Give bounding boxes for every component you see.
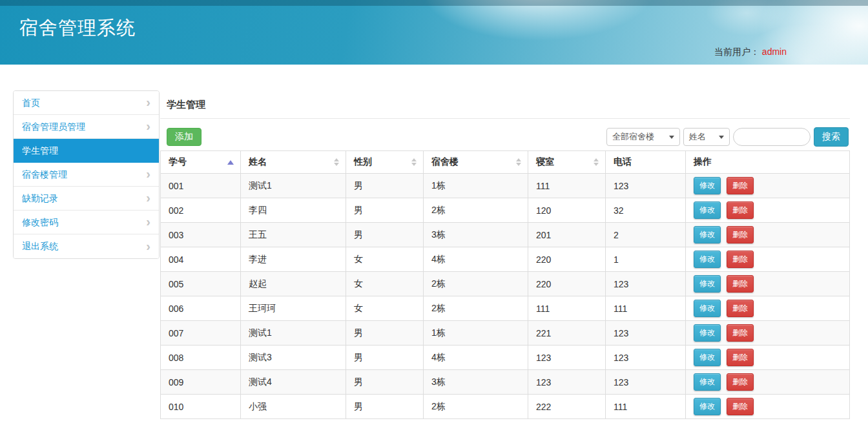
cell-room: 111 (528, 296, 606, 321)
current-user: 当前用户： admin (714, 46, 787, 58)
column-header-label: 性别 (354, 156, 372, 167)
search-button[interactable]: 搜索 (814, 127, 849, 147)
cell-actions: 修改 删除 (686, 272, 850, 296)
sidebar-item-6[interactable]: 退出系统 › (14, 234, 159, 258)
cell-phone: 123 (606, 174, 686, 198)
table-body: 001 测试1 男 1栋 111 123 修改 删除 002 李四 男 2栋 1… (161, 174, 850, 419)
sidebar-item-label: 缺勤记录 (22, 187, 58, 211)
column-header-2[interactable]: 性别 (346, 151, 424, 174)
cell-room: 222 (528, 395, 606, 419)
column-header-0[interactable]: 学号 (161, 151, 241, 174)
delete-button[interactable]: 删除 (727, 300, 754, 317)
cell-name: 小强 (241, 395, 346, 419)
table-row: 009 测试4 男 3栋 123 123 修改 删除 (161, 370, 850, 395)
delete-button[interactable]: 删除 (727, 201, 754, 219)
edit-button[interactable]: 修改 (694, 201, 721, 219)
add-button[interactable]: 添加 (167, 128, 202, 146)
cell-room: 123 (528, 370, 606, 395)
cell-student-id: 009 (161, 370, 241, 395)
header-top-strip (0, 0, 868, 6)
edit-button[interactable]: 修改 (694, 226, 721, 243)
search-controls: 全部宿舍楼 姓名 搜索 (606, 127, 849, 147)
delete-button[interactable]: 删除 (727, 373, 754, 391)
cell-actions: 修改 删除 (686, 370, 850, 395)
column-header-6[interactable]: 操作 (686, 151, 850, 174)
column-header-label: 姓名 (249, 156, 267, 167)
cell-phone: 123 (606, 370, 686, 395)
cell-building: 2栋 (424, 296, 528, 321)
delete-button[interactable]: 删除 (727, 275, 754, 293)
edit-button[interactable]: 修改 (694, 300, 721, 317)
delete-button[interactable]: 删除 (727, 177, 754, 194)
cell-student-id: 010 (161, 395, 241, 419)
sort-icon (594, 158, 599, 166)
cell-building: 3栋 (424, 370, 528, 395)
page-title: 学生管理 (167, 99, 850, 111)
sidebar-item-3[interactable]: 宿舍楼管理 › (14, 163, 159, 187)
cell-student-id: 001 (161, 174, 241, 198)
search-field-select-value: 姓名 (689, 131, 706, 143)
edit-button[interactable]: 修改 (694, 275, 721, 293)
table-row: 007 测试1 男 1栋 221 123 修改 删除 (161, 321, 850, 346)
table-row: 002 李四 男 2栋 120 32 修改 删除 (161, 198, 850, 223)
edit-button[interactable]: 修改 (694, 398, 721, 415)
delete-button[interactable]: 删除 (727, 324, 754, 342)
edit-button[interactable]: 修改 (694, 177, 721, 194)
edit-button[interactable]: 修改 (694, 251, 721, 268)
cell-building: 1栋 (424, 321, 528, 346)
column-header-label: 电话 (614, 156, 632, 167)
sort-icon (334, 158, 339, 166)
column-header-label: 操作 (694, 156, 712, 167)
cell-name: 测试3 (241, 346, 346, 370)
delete-button[interactable]: 删除 (727, 398, 754, 415)
column-header-3[interactable]: 宿舍楼 (424, 151, 528, 174)
edit-button[interactable]: 修改 (694, 349, 721, 366)
cell-phone: 123 (606, 346, 686, 370)
cell-room: 220 (528, 272, 606, 296)
sidebar-item-2[interactable]: 学生管理 (14, 139, 159, 163)
building-select-value: 全部宿舍楼 (612, 131, 654, 143)
delete-button[interactable]: 删除 (727, 349, 754, 366)
cell-building: 4栋 (424, 247, 528, 272)
cell-name: 王珂珂 (241, 296, 346, 321)
column-header-label: 宿舍楼 (431, 156, 459, 167)
sidebar-item-label: 宿舍管理员管理 (22, 115, 85, 139)
edit-button[interactable]: 修改 (694, 373, 721, 391)
cell-phone: 1 (606, 247, 686, 272)
current-user-name: admin (762, 46, 787, 57)
sidebar-item-4[interactable]: 缺勤记录 › (14, 187, 159, 211)
cell-name: 李进 (241, 247, 346, 272)
sidebar-item-label: 首页 (22, 91, 40, 115)
chevron-right-icon: › (146, 96, 150, 108)
sidebar-item-0[interactable]: 首页 › (14, 91, 159, 115)
column-header-5[interactable]: 电话 (606, 151, 686, 174)
sidebar-item-5[interactable]: 修改密码 › (14, 211, 159, 234)
cell-name: 李四 (241, 198, 346, 223)
column-header-1[interactable]: 姓名 (241, 151, 346, 174)
title-divider (160, 118, 850, 119)
cell-name: 赵起 (241, 272, 346, 296)
cell-student-id: 003 (161, 223, 241, 247)
chevron-right-icon: › (146, 119, 150, 132)
cell-actions: 修改 删除 (686, 346, 850, 370)
sidebar-item-1[interactable]: 宿舍管理员管理 › (14, 115, 159, 139)
column-header-4[interactable]: 寝室 (528, 151, 606, 174)
sidebar-item-label: 宿舍楼管理 (22, 163, 67, 187)
cell-actions: 修改 删除 (686, 296, 850, 321)
cell-student-id: 005 (161, 272, 241, 296)
building-select[interactable]: 全部宿舍楼 (606, 128, 680, 146)
cell-gender: 男 (346, 223, 424, 247)
delete-button[interactable]: 删除 (727, 226, 754, 243)
edit-button[interactable]: 修改 (694, 324, 721, 342)
search-input[interactable] (733, 128, 811, 146)
delete-button[interactable]: 删除 (727, 251, 754, 268)
app-header: 宿舍管理系统 当前用户： admin (0, 0, 868, 65)
search-field-select[interactable]: 姓名 (683, 128, 730, 146)
cell-actions: 修改 删除 (686, 321, 850, 346)
cell-gender: 男 (346, 321, 424, 346)
cell-actions: 修改 删除 (686, 198, 850, 223)
cell-actions: 修改 删除 (686, 174, 850, 198)
current-user-label: 当前用户： (714, 46, 760, 57)
cell-gender: 男 (346, 370, 424, 395)
chevron-right-icon: › (146, 215, 150, 228)
